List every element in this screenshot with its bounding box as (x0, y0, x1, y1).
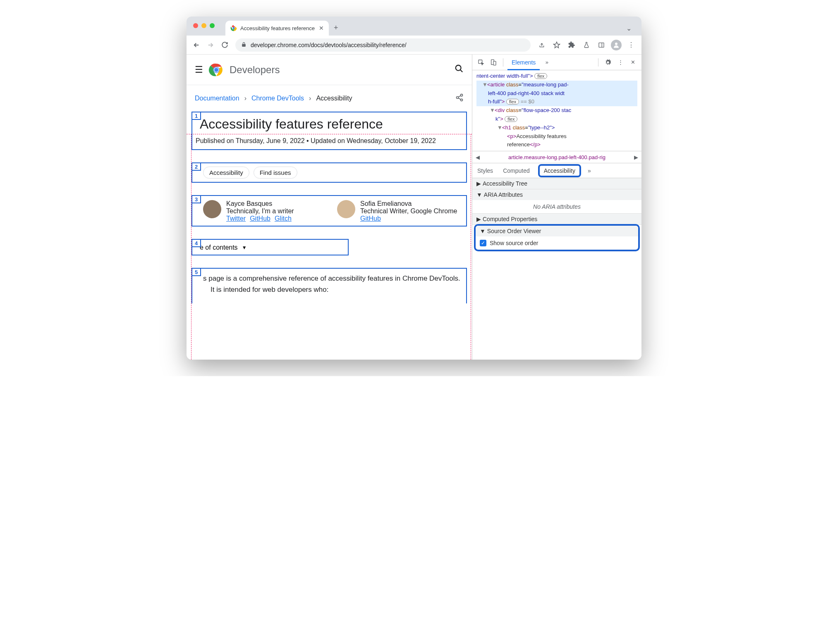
labs-icon[interactable] (580, 39, 593, 51)
new-tab-button[interactable]: + (334, 24, 338, 36)
author-name: Kayce Basques (226, 200, 294, 208)
article-paragraph: s page is a comprehensive reference of a… (203, 273, 463, 295)
more-subtabs-icon[interactable]: » (588, 167, 591, 174)
author-role: Technically, I'm a writer (226, 208, 294, 215)
browser-tab[interactable]: Accessibility features reference ✕ (225, 21, 329, 36)
lock-icon (241, 42, 246, 48)
inspect-icon[interactable] (476, 57, 486, 68)
author-role: Technical Writer, Google Chrome (360, 208, 457, 215)
tab-close-icon[interactable]: ✕ (319, 25, 324, 31)
menu-icon[interactable]: ☰ (195, 64, 203, 75)
forward-button[interactable] (205, 39, 216, 51)
search-icon[interactable] (455, 64, 464, 76)
author-link[interactable]: Glitch (275, 215, 292, 222)
breadcrumb-current: Accessibility (316, 95, 352, 102)
triangle-right-icon: ▶ (476, 180, 481, 187)
tabs-dropdown-icon[interactable]: ⌄ (626, 24, 632, 36)
svg-line-11 (460, 69, 463, 72)
source-order-region-1: 1 Accessibility features reference Publi… (191, 112, 467, 150)
devtools-toolbar: Elements » ⋮ ✕ (472, 55, 641, 70)
source-order-badge: 5 (191, 268, 201, 276)
toc-label: e of contents (200, 244, 238, 251)
svg-line-16 (458, 98, 461, 99)
svg-rect-1 (599, 43, 604, 47)
source-order-badge: 3 (191, 195, 201, 203)
browser-tabbar: Accessibility features reference ✕ + ⌄ (187, 17, 641, 36)
svg-point-3 (615, 43, 617, 45)
author-link[interactable]: Twitter (226, 215, 246, 222)
dom-tree[interactable]: ntent-center width-full"> flex ▼<article… (472, 70, 641, 151)
minimize-window[interactable] (201, 23, 206, 28)
url-text: developer.chrome.com/docs/devtools/acces… (251, 42, 407, 48)
window-controls (193, 23, 215, 28)
more-tabs-icon[interactable]: » (541, 57, 552, 68)
author-avatar (203, 200, 221, 218)
aria-empty-text: No ARIA attributes (472, 200, 641, 213)
chevron-down-icon: ▼ (242, 245, 247, 250)
back-button[interactable] (191, 39, 202, 51)
extensions-icon[interactable] (565, 39, 578, 51)
devtools-tab-elements[interactable]: Elements (507, 55, 540, 70)
source-order-region-4[interactable]: 4 e of contents ▼ (191, 239, 349, 255)
source-order-badge: 2 (191, 162, 201, 171)
checkbox-checked-icon[interactable]: ✓ (480, 240, 486, 246)
svg-rect-19 (493, 61, 496, 65)
chevron-left-icon[interactable]: ◀ (476, 154, 480, 160)
subtab-computed[interactable]: Computed (501, 165, 531, 177)
share-icon[interactable] (536, 39, 548, 51)
page-title: Accessibility features reference (200, 117, 463, 132)
device-mode-icon[interactable] (488, 57, 499, 68)
chevron-right-icon: › (309, 95, 311, 102)
section-accessibility-tree[interactable]: ▶Accessibility Tree (472, 178, 641, 189)
author-name: Sofia Emelianova (360, 200, 457, 208)
devtools-panel: Elements » ⋮ ✕ ntent-center width-full">… (472, 55, 641, 360)
dom-breadcrumb[interactable]: ◀ article.measure-long.pad-left-400.pad-… (472, 151, 641, 163)
browser-menu-icon[interactable]: ⋮ (625, 39, 637, 51)
svg-point-13 (457, 97, 459, 99)
chrome-logo-icon (209, 62, 224, 77)
site-header: ☰ Developers (187, 55, 472, 85)
source-order-badge: 4 (191, 239, 201, 247)
tag-chip[interactable]: Find issues (254, 167, 297, 179)
breadcrumb-link[interactable]: Chrome DevTools (251, 95, 304, 102)
close-devtools-icon[interactable]: ✕ (627, 57, 638, 68)
author-link[interactable]: GitHub (250, 215, 270, 222)
svg-point-10 (456, 65, 461, 70)
svg-line-15 (458, 95, 461, 97)
close-window[interactable] (193, 23, 198, 28)
share-page-icon[interactable] (455, 93, 464, 103)
subtab-accessibility[interactable]: Accessibility (538, 164, 581, 177)
profile-avatar[interactable] (610, 39, 622, 51)
source-order-region-3: 3 Kayce Basques Technically, I'm a write… (191, 195, 467, 227)
svg-point-12 (461, 94, 463, 96)
section-computed-properties[interactable]: ▶Computed Properties (472, 214, 641, 224)
settings-icon[interactable] (603, 57, 613, 68)
source-order-region-2: 2 Accessibility Find issues (191, 162, 467, 183)
author-link[interactable]: GitHub (360, 215, 381, 222)
chevron-right-icon: › (244, 95, 246, 102)
tab-title: Accessibility features reference (240, 25, 315, 31)
reload-button[interactable] (219, 39, 230, 51)
triangle-right-icon: ▶ (476, 216, 481, 222)
section-source-order-viewer[interactable]: ▼Source Order Viewer (476, 226, 638, 236)
publish-date: Published on Thursday, June 9, 2022 • Up… (196, 136, 463, 146)
triangle-down-icon: ▼ (480, 228, 486, 234)
source-order-badge: 1 (191, 112, 201, 120)
section-aria-attributes[interactable]: ▼ARIA Attributes (472, 189, 641, 200)
omnibox[interactable]: developer.chrome.com/docs/devtools/acces… (235, 38, 531, 52)
subtab-styles[interactable]: Styles (476, 165, 495, 177)
breadcrumb: Documentation › Chrome DevTools › Access… (187, 85, 472, 112)
brand-title: Developers (230, 64, 280, 76)
chevron-right-icon[interactable]: ▶ (634, 154, 638, 160)
tag-chip[interactable]: Accessibility (203, 167, 249, 179)
maximize-window[interactable] (210, 23, 215, 28)
sidepanel-icon[interactable] (595, 39, 608, 51)
show-source-order-checkbox[interactable]: ✓ Show source order (476, 236, 638, 250)
page-content: ☰ Developers Documentation › Chrome DevT… (187, 55, 472, 360)
elements-subtabs: Styles Computed Accessibility » (472, 163, 641, 178)
bookmark-icon[interactable] (550, 39, 563, 51)
svg-point-14 (461, 99, 463, 101)
devtools-menu-icon[interactable]: ⋮ (615, 57, 626, 68)
chrome-favicon (230, 25, 237, 31)
breadcrumb-link[interactable]: Documentation (195, 95, 239, 102)
